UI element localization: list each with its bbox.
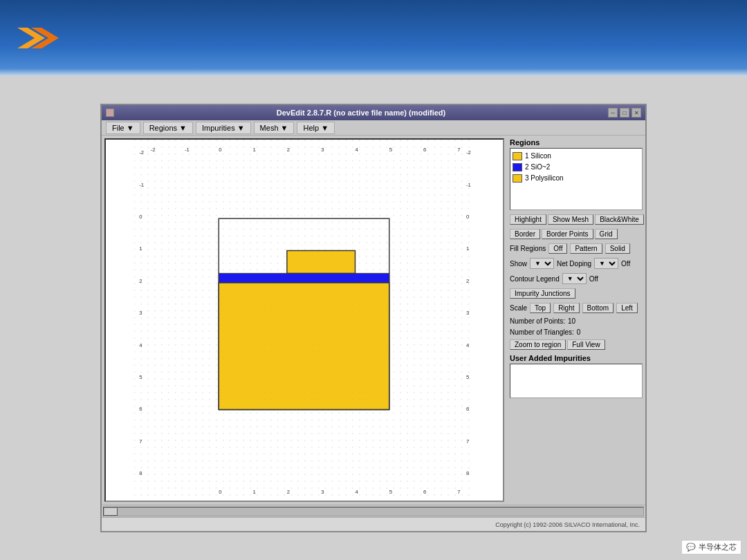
svg-text:6: 6 — [466, 406, 469, 412]
fill-label: Fill Regions — [510, 245, 546, 252]
region-1: 1 Silicon — [513, 151, 640, 162]
highlight-btn[interactable]: Highlight — [510, 214, 546, 225]
border-btn[interactable]: Border — [510, 229, 540, 239]
scale-left-btn[interactable]: Left — [616, 303, 638, 313]
svg-text:3: 3 — [139, 310, 142, 316]
svg-text:0: 0 — [219, 489, 221, 495]
bottom-bar — [102, 505, 645, 517]
svg-text:6: 6 — [423, 147, 426, 153]
fill-off-btn[interactable]: Off — [548, 243, 567, 254]
svg-text:4: 4 — [355, 489, 358, 495]
right-panel: Regions 1 Silicon 2 SiO~2 3 Polysilic — [507, 136, 645, 505]
user-impurities-section: User Added Impurities — [510, 354, 643, 398]
svg-text:6: 6 — [139, 406, 142, 412]
menu-impurities[interactable]: Impurities ▼ — [196, 122, 251, 134]
maximize-btn[interactable]: □ — [620, 108, 629, 118]
top-banner — [0, 0, 747, 76]
contour-label: Contour Legend — [510, 275, 560, 283]
show-dropdown[interactable]: ▼ — [530, 258, 554, 269]
window-body: -2 -1 0 1 2 3 4 5 6 7 0 1 2 3 4 5 — [102, 136, 645, 505]
fill-solid-btn[interactable]: Solid — [605, 243, 630, 254]
copyright-text: Copyright (c) 1992-2006 SILVACO Internat… — [495, 521, 640, 528]
svg-text:5: 5 — [389, 147, 392, 153]
impurity-row: Impurity Junctions — [510, 288, 643, 299]
watermark: 💬 半导体之芯 — [681, 540, 741, 554]
scale-top-btn[interactable]: Top — [530, 303, 551, 313]
menu-file[interactable]: File ▼ — [106, 122, 140, 134]
svg-text:8: 8 — [466, 470, 469, 476]
svg-text:2: 2 — [139, 278, 142, 284]
main-content: DevEdit 2.8.7.R (no active file name) (m… — [0, 76, 747, 560]
window-title: DevEdit 2.8.7.R (no active file name) (m… — [114, 109, 608, 117]
svg-text:-2: -2 — [139, 149, 144, 156]
contour-row: Contour Legend ▼ Off — [510, 273, 643, 284]
full-view-btn[interactable]: Full View — [567, 339, 605, 350]
copyright-bar: Copyright (c) 1992-2006 SILVACO Internat… — [102, 517, 645, 531]
svg-text:0: 0 — [139, 214, 142, 220]
title-bar-left — [106, 109, 114, 117]
h-scrollbar-thumb[interactable] — [104, 507, 118, 516]
title-bar: DevEdit 2.8.7.R (no active file name) (m… — [102, 105, 645, 120]
svg-text:4: 4 — [139, 342, 142, 348]
close-window-btn[interactable] — [106, 109, 114, 117]
show-off-dropdown[interactable]: ▼ — [594, 258, 618, 269]
svg-text:-1: -1 — [466, 182, 471, 188]
menu-regions[interactable]: Regions ▼ — [143, 122, 193, 134]
bw-btn[interactable]: Black&White — [595, 214, 644, 225]
num-points-value: 10 — [568, 317, 575, 325]
logo — [14, 14, 62, 62]
svg-text:1: 1 — [253, 489, 256, 495]
region-3-label: 3 Polysilicon — [525, 173, 564, 184]
num-points-row: Number of Points: 10 — [510, 317, 643, 325]
menu-mesh[interactable]: Mesh ▼ — [254, 122, 295, 134]
menu-help[interactable]: Help ▼ — [297, 122, 335, 134]
scale-right-btn[interactable]: Right — [553, 303, 579, 313]
svg-text:2: 2 — [466, 278, 469, 284]
show-row: Show ▼ Net Doping ▼ Off — [510, 258, 643, 269]
logo-svg — [14, 14, 62, 62]
contour-off: Off — [589, 275, 598, 283]
svg-text:1: 1 — [253, 147, 256, 153]
regions-box: 1 Silicon 2 SiO~2 3 Polysilicon — [510, 148, 643, 210]
region-2-label: 2 SiO~2 — [525, 162, 550, 173]
num-triangles-label: Number of Triangles: — [510, 328, 574, 336]
impurities-box — [510, 364, 643, 398]
fill-regions-row: Fill Regions Off Pattern Solid — [510, 243, 643, 254]
devedit-window: DevEdit 2.8.7.R (no active file name) (m… — [100, 104, 647, 532]
zoom-region-btn[interactable]: Zoom to region — [510, 339, 566, 350]
regions-title: Regions — [510, 138, 643, 147]
svg-text:4: 4 — [466, 342, 470, 348]
svg-text:5: 5 — [389, 489, 392, 495]
user-impurities-title: User Added Impurities — [510, 354, 643, 362]
svg-rect-47 — [219, 273, 389, 283]
svg-text:3: 3 — [466, 310, 469, 316]
svg-text:2: 2 — [287, 147, 290, 153]
region-2-color — [513, 163, 522, 171]
svg-text:7: 7 — [466, 438, 469, 445]
show-mesh-btn[interactable]: Show Mesh — [548, 214, 593, 225]
scale-bottom-btn[interactable]: Bottom — [582, 303, 614, 313]
watermark-text: 半导体之芯 — [699, 542, 737, 552]
menu-bar: File ▼ Regions ▼ Impurities ▼ Mesh ▼ Hel… — [102, 120, 645, 136]
svg-text:4: 4 — [355, 147, 358, 153]
grid-btn[interactable]: Grid — [595, 229, 618, 239]
svg-text:2: 2 — [287, 489, 290, 495]
border-points-btn[interactable]: Border Points — [542, 229, 593, 239]
svg-text:8: 8 — [139, 470, 142, 476]
fill-pattern-btn[interactable]: Pattern — [570, 243, 602, 254]
svg-text:5: 5 — [139, 374, 142, 380]
svg-text:-1: -1 — [139, 182, 144, 188]
zoom-row: Zoom to region Full View — [510, 339, 643, 350]
svg-text:0: 0 — [219, 147, 221, 153]
h-scrollbar[interactable] — [103, 507, 644, 516]
contour-dropdown[interactable]: ▼ — [562, 273, 587, 284]
show-net-doping: Net Doping — [557, 260, 591, 268]
svg-text:-1: -1 — [185, 147, 190, 153]
minimize-btn[interactable]: ─ — [608, 108, 618, 118]
svg-text:7: 7 — [457, 489, 460, 495]
scale-row: Scale Top Right Bottom Left — [510, 303, 643, 313]
svg-text:7: 7 — [457, 147, 460, 153]
impurity-junctions-btn[interactable]: Impurity Junctions — [510, 288, 575, 299]
svg-text:3: 3 — [321, 147, 324, 153]
close-btn[interactable]: ✕ — [631, 108, 641, 118]
